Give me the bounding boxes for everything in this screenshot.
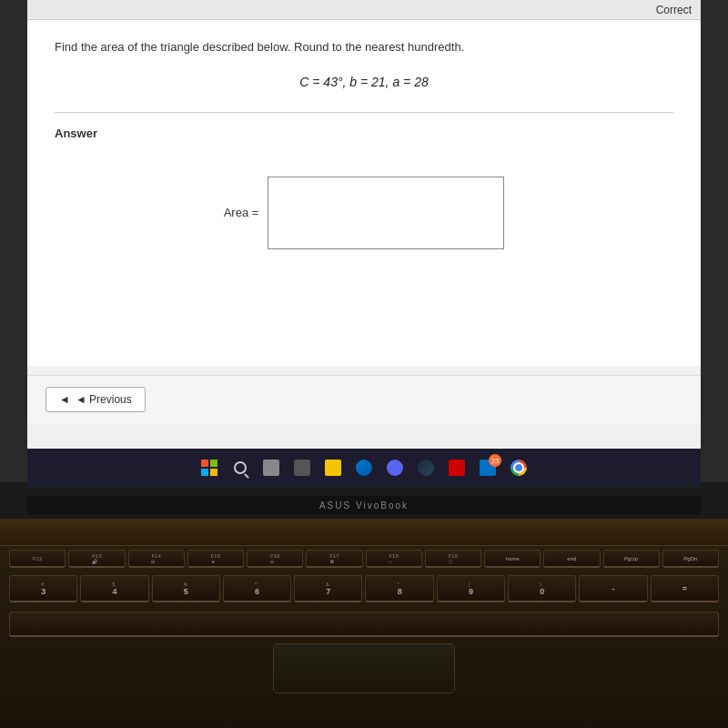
laptop-screen: Correct Find the area of the triangle de…	[0, 0, 728, 482]
key-pgdn[interactable]: PgDn	[662, 550, 719, 568]
area-input[interactable]	[268, 177, 503, 248]
discord-icon	[387, 460, 403, 476]
win-quad-2	[210, 460, 217, 467]
previous-button[interactable]: ◄ ◄ Previous	[46, 387, 146, 412]
answer-section-label: Answer	[55, 126, 673, 140]
area-equals-label: Area =	[224, 206, 259, 219]
key-9[interactable]: (9	[437, 575, 505, 602]
steam-icon	[418, 460, 434, 476]
office-taskbar-icon[interactable]	[447, 458, 467, 478]
key-f14[interactable]: F14⊞	[128, 550, 185, 568]
key-pgup[interactable]: PgUp	[603, 550, 660, 568]
key-f19[interactable]: F19⬡	[425, 550, 481, 568]
key-equals[interactable]: =	[651, 575, 719, 602]
chrome-icon	[511, 460, 527, 476]
win-quad-1	[201, 460, 208, 467]
widget-icon	[263, 460, 279, 476]
key-6[interactable]: ^6	[223, 575, 291, 602]
key-f16[interactable]: F16⊟	[247, 550, 303, 568]
search-taskbar-icon[interactable]	[230, 458, 250, 478]
spacebar-row	[0, 606, 728, 641]
keyboard-top-strip	[0, 521, 728, 546]
mail-badge: 25	[489, 454, 501, 467]
previous-label: ◄ Previous	[76, 393, 132, 406]
key-f12[interactable]: F12	[9, 550, 66, 568]
filemanager-taskbar-icon[interactable]	[323, 458, 343, 478]
browser-content: Correct Find the area of the triangle de…	[27, 0, 701, 482]
prev-arrow-icon: ◄	[59, 393, 70, 406]
asus-brand-label: ASUS VivoBook	[319, 500, 409, 511]
windows-taskbar-icon[interactable]	[199, 458, 219, 478]
touchpad[interactable]	[273, 643, 455, 693]
steam-taskbar-icon[interactable]	[416, 458, 436, 478]
edge-taskbar-icon[interactable]	[354, 458, 374, 478]
search-icon	[234, 461, 247, 474]
key-home[interactable]: home	[484, 550, 541, 568]
top-bar: Correct	[27, 0, 701, 20]
asus-label-bar: ASUS VivoBook	[27, 496, 701, 514]
fn-key-row: F12 F13🔊 F14⊞ F15★ F16⊟ F17🖥 F18□ F19⬡ h…	[0, 546, 728, 571]
key-0[interactable]: )0	[508, 575, 576, 602]
keyboard-area: F12 F13🔊 F14⊞ F15★ F16⊟ F17🖥 F18□ F19⬡ h…	[0, 519, 728, 728]
win-quad-3	[201, 469, 208, 476]
key-4[interactable]: $4	[80, 575, 148, 602]
answer-row: Area =	[55, 177, 673, 249]
key-minus[interactable]: -	[579, 575, 647, 602]
mail-taskbar-icon[interactable]: 25	[478, 458, 498, 478]
key-7[interactable]: &7	[294, 575, 362, 602]
office-icon	[449, 460, 465, 476]
taskbar: 25	[27, 449, 701, 487]
key-f13[interactable]: F13🔊	[68, 550, 125, 568]
number-key-row: #3 $4 %5 ^6 &7 *8 (9 )0 - =	[0, 571, 728, 606]
videocall-icon	[294, 460, 310, 476]
videocall-taskbar-icon[interactable]	[292, 458, 312, 478]
key-f18[interactable]: F18□	[366, 550, 422, 568]
windows-logo	[201, 460, 217, 476]
question-area: Find the area of the triangle described …	[27, 20, 701, 366]
edge-icon	[356, 460, 372, 476]
key-3[interactable]: #3	[9, 575, 77, 602]
key-spacebar[interactable]	[9, 612, 719, 637]
discord-taskbar-icon[interactable]	[385, 458, 405, 478]
key-end[interactable]: end	[543, 550, 600, 568]
question-text: Find the area of the triangle described …	[55, 38, 673, 56]
win-quad-4	[210, 469, 217, 476]
key-8[interactable]: *8	[365, 575, 433, 602]
area-input-box[interactable]	[268, 177, 504, 249]
key-5[interactable]: %5	[152, 575, 220, 602]
filemanager-icon	[325, 460, 341, 476]
math-formula: C = 43°, b = 21, a = 28	[55, 75, 673, 89]
chrome-taskbar-icon[interactable]	[509, 458, 529, 478]
correct-label: Correct	[656, 4, 692, 16]
navigation-area: ◄ ◄ Previous	[27, 375, 701, 423]
divider	[55, 112, 673, 113]
key-f15[interactable]: F15★	[187, 550, 244, 568]
key-f17[interactable]: F17🖥	[306, 550, 362, 568]
widget-taskbar-icon[interactable]	[261, 458, 281, 478]
